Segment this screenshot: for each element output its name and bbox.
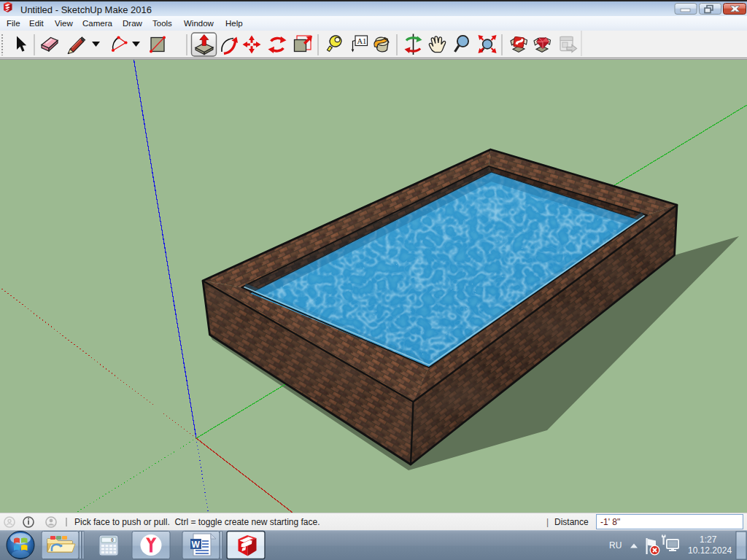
svg-text:10.12.2024: 10.12.2024 xyxy=(688,545,732,556)
svg-text:1:27: 1:27 xyxy=(700,534,717,545)
svg-text:RU: RU xyxy=(609,540,622,551)
svg-text:W: W xyxy=(192,540,201,550)
svg-text:0: 0 xyxy=(111,538,114,543)
svg-text:A1: A1 xyxy=(357,37,367,45)
